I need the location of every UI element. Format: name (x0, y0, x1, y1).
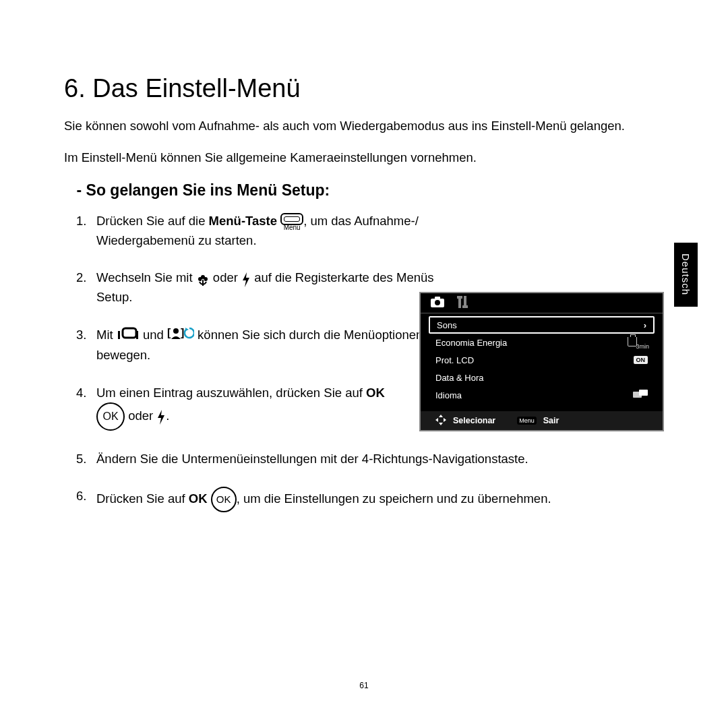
step-text: , um die Einstellungen zu speichern und … (237, 491, 551, 506)
flash-bolt-icon (156, 407, 166, 426)
on-badge: ON (634, 356, 648, 364)
display-icon (117, 326, 140, 346)
svg-point-13 (435, 300, 440, 305)
step-text: oder (210, 270, 241, 284)
footer-exit: Sair (543, 416, 559, 425)
svg-rect-12 (435, 297, 440, 299)
step-text: Mit (96, 328, 117, 342)
svg-point-4 (202, 279, 204, 280)
svg-text:[: [ (167, 327, 171, 338)
step-text: oder (125, 408, 156, 422)
svg-point-9 (173, 328, 179, 334)
svg-rect-6 (123, 328, 136, 338)
screenshot-footer: Selecionar Menu Sair (421, 411, 663, 430)
page-number: 61 (0, 681, 728, 690)
sub-heading: - So gelangen Sie ins Menü Setup: (77, 181, 665, 200)
ok-button-icon: OK (211, 487, 237, 512)
svg-rect-15 (457, 296, 462, 299)
footer-select: Selecionar (453, 416, 495, 425)
camera-tab-icon (431, 297, 444, 309)
language-icon (633, 390, 648, 401)
face-timer-icon: [] (167, 326, 194, 346)
menu-row-language: Idioma (429, 386, 655, 404)
svg-rect-7 (136, 331, 138, 339)
intro-paragraph-2: Im Einstell-Menü können Sie allgemeine K… (64, 150, 664, 166)
battery-3min-icon: 3min (628, 337, 637, 348)
svg-rect-16 (464, 296, 466, 306)
menu-row-sons: Sons › (429, 316, 655, 334)
step-text: Wechseln Sie mit (96, 270, 196, 284)
step-text: Um einen Eintrag auszuwählen, drücken Si… (96, 386, 366, 400)
intro-paragraph-1: Sie können sowohl vom Aufnahme- als auch… (64, 118, 664, 135)
page-heading: 6. Das Einstell-Menü (64, 74, 664, 103)
setup-tab-icon (456, 296, 468, 310)
menu-row-lcd: Prot. LCD ON (429, 351, 655, 369)
row-label: Sons (437, 320, 457, 330)
step-5: Ändern Sie die Untermenüeinstellungen mi… (96, 450, 664, 468)
svg-rect-14 (458, 298, 461, 308)
ok-button-icon: OK (96, 402, 125, 431)
step-6: Drücken Sie auf OK OK, um die Einstellun… (96, 487, 664, 512)
svg-text:]: ] (181, 327, 184, 338)
menu-row-energy: Economia Energia 3min (429, 334, 655, 351)
row-label: Idioma (435, 390, 462, 400)
step-text: Drücken Sie auf die (96, 214, 209, 228)
step-2: Wechseln Sie mit oder auf die Registerka… (96, 268, 440, 307)
step-3: Mit und [] können Sie sich durch die Men… (96, 326, 440, 365)
svg-rect-17 (462, 305, 468, 308)
svg-rect-19 (639, 390, 648, 396)
row-arrow: › (644, 320, 646, 330)
macro-flower-icon (196, 270, 210, 289)
ok-label: OK (366, 386, 385, 400)
svg-rect-5 (118, 331, 120, 339)
flash-bolt-icon (241, 270, 251, 289)
step-text: Drücken Sie auf (96, 491, 189, 506)
row-label: Economia Energia (435, 338, 507, 348)
screenshot-tabs (421, 293, 663, 313)
screenshot-menu: Sons › Economia Energia 3min Prot. LCD O… (421, 313, 663, 405)
menu-row-datetime: Data & Hora (429, 369, 655, 386)
menu-icon-caption: Menu (280, 224, 303, 231)
menu-pill: Menu (517, 417, 537, 425)
camera-menu-screenshot: Sons › Economia Energia 3min Prot. LCD O… (419, 292, 664, 431)
menu-button-icon: Menu (280, 213, 303, 231)
row-label: Prot. LCD (435, 355, 474, 365)
step-text: und (140, 328, 167, 342)
menu-button-label: Menü-Taste (209, 214, 277, 228)
step-text: . (166, 408, 169, 422)
nav-arrows-icon (435, 415, 446, 427)
ok-label: OK (189, 491, 208, 506)
step-1: Drücken Sie auf die Menü-Taste Menu , um… (96, 212, 440, 249)
row-label: Data & Hora (435, 373, 484, 383)
language-side-tab: Deutsch (674, 243, 698, 307)
